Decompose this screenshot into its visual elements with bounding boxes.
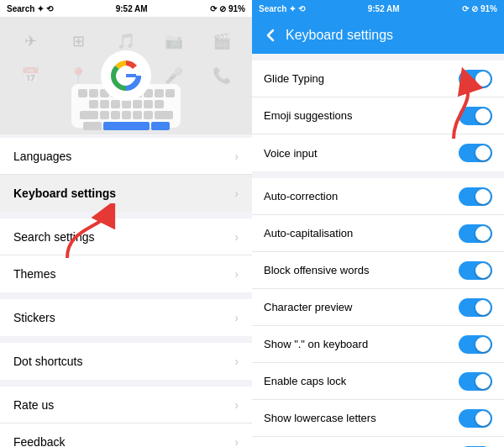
menu-group-1: Languages › Keyboard settings › <box>0 138 252 212</box>
settings-item-auto-correction[interactable]: Auto-correction <box>252 178 504 215</box>
kb-key <box>165 89 175 97</box>
kb-row-4 <box>76 122 176 130</box>
bg-icon-2: ⊞ <box>55 24 102 58</box>
back-icon <box>262 27 279 44</box>
menu-item-label: Dot shortcuts <box>13 355 82 368</box>
red-arrow-right <box>420 67 496 143</box>
bg-icon-4: 📷 <box>150 24 197 58</box>
chevron-icon: › <box>234 150 239 163</box>
chevron-icon: › <box>234 398 239 412</box>
right-time: 9:52 AM <box>368 4 400 13</box>
kb-key <box>144 111 153 119</box>
kb-key <box>89 89 98 97</box>
menu-item-label: Feedback <box>13 435 65 447</box>
left-status-bar: Search ✦ ⟲ 9:52 AM ⟳ ⊘ 91% <box>0 0 252 17</box>
kb-row-3 <box>76 111 176 119</box>
block-offensive-toggle[interactable] <box>459 261 492 280</box>
kb-key <box>155 100 164 108</box>
settings-item-block-offensive[interactable]: Block offensive words <box>252 252 504 289</box>
menu-item-label: Rate us <box>13 398 54 412</box>
right-panel: Search ✦ ⟲ 9:52 AM ⟳ ⊘ 91% Keyboard sett… <box>252 0 504 447</box>
voice-input-label: Voice input <box>264 147 459 160</box>
auto-correction-label: Auto-correction <box>264 190 459 202</box>
settings-item-show-dot[interactable]: Show "." on keyboard <box>252 326 504 363</box>
svg-rect-2 <box>126 74 136 77</box>
menu-group-2: Search settings › Themes › <box>0 218 252 292</box>
auto-correction-toggle[interactable] <box>459 187 492 206</box>
show-dot-toggle[interactable] <box>459 335 492 354</box>
kb-key-enter <box>151 122 170 130</box>
voice-input-toggle[interactable] <box>459 144 492 162</box>
right-status-bar: Search ✦ ⟲ 9:52 AM ⟳ ⊘ 91% <box>252 0 504 17</box>
chevron-icon: › <box>234 435 239 447</box>
chevron-icon: › <box>234 267 239 281</box>
enable-caps-lock-label: Enable caps lock <box>264 375 459 387</box>
kb-key <box>100 111 109 119</box>
kb-key-backspace <box>155 111 173 119</box>
left-time: 9:52 AM <box>116 4 148 13</box>
menu-group-5: Rate us › Feedback › <box>0 387 252 447</box>
menu-item-search-settings[interactable]: Search settings › <box>0 218 252 255</box>
settings-group-2: Auto-correction Auto-capitalisation Bloc… <box>252 178 504 447</box>
show-lowercase-label: Show lowercase letters <box>264 412 459 424</box>
menu-group-4: Dot shortcuts › <box>0 343 252 380</box>
settings-item-enable-caps-lock[interactable]: Enable caps lock <box>252 363 504 400</box>
menu-item-rate-us[interactable]: Rate us › <box>0 387 252 423</box>
menu-item-label: Keyboard settings <box>13 187 116 200</box>
kb-key <box>133 111 142 119</box>
bg-icon-1: ✈ <box>7 24 55 58</box>
enable-caps-lock-toggle[interactable] <box>459 372 492 391</box>
kb-key-123 <box>83 122 102 130</box>
settings-item-show-number-row[interactable]: Show number row <box>252 437 504 447</box>
menu-group-3: Stickers › <box>0 299 252 336</box>
kb-key-shift <box>80 111 98 119</box>
character-preview-toggle[interactable] <box>459 298 492 317</box>
battery-label: ⟳ ⊘ 91% <box>210 4 245 13</box>
menu-item-languages[interactable]: Languages › <box>0 138 252 175</box>
show-lowercase-toggle[interactable] <box>459 409 492 428</box>
menu-item-themes[interactable]: Themes › <box>0 255 252 292</box>
bg-icon-6: 📅 <box>7 58 55 92</box>
chevron-icon: › <box>234 230 239 244</box>
left-panel: Search ✦ ⟲ 9:52 AM ⟳ ⊘ 91% ✈ ⊞ 🎵 📷 🎬 📅 📍… <box>0 0 252 447</box>
google-logo <box>99 49 153 103</box>
menu-item-label: Stickers <box>13 311 55 324</box>
back-button[interactable] <box>262 27 279 44</box>
kb-key <box>122 111 131 119</box>
right-header: Keyboard settings <box>252 17 504 54</box>
bg-icon-5: 🎬 <box>197 24 245 58</box>
menu-item-feedback[interactable]: Feedback › <box>0 423 252 447</box>
right-status-left: Search ✦ ⟲ <box>259 4 305 13</box>
kb-key <box>155 89 164 97</box>
status-left: Search ✦ ⟲ <box>7 4 53 13</box>
menu-item-stickers[interactable]: Stickers › <box>0 299 252 336</box>
menu-item-label: Languages <box>13 150 71 163</box>
hero-area: ✈ ⊞ 🎵 📷 🎬 📅 📍 🎮 🎤 📞 <box>0 17 252 134</box>
auto-capitalisation-toggle[interactable] <box>459 224 492 243</box>
menu-item-keyboard-settings[interactable]: Keyboard settings › <box>0 175 252 212</box>
menu-item-dot-shortcuts[interactable]: Dot shortcuts › <box>0 343 252 380</box>
kb-key <box>111 111 120 119</box>
settings-item-character-preview[interactable]: Character preview <box>252 289 504 326</box>
menu-item-label: Search settings <box>13 230 95 244</box>
status-right: ⟳ ⊘ 91% <box>210 4 245 13</box>
bg-icon-10: 📞 <box>197 58 245 92</box>
keyboard-settings-title: Keyboard settings <box>286 28 393 43</box>
kb-key <box>89 100 98 108</box>
character-preview-label: Character preview <box>264 301 459 313</box>
settings-item-show-lowercase[interactable]: Show lowercase letters <box>252 400 504 437</box>
menu-item-label: Themes <box>13 267 56 281</box>
settings-item-auto-capitalisation[interactable]: Auto-capitalisation <box>252 215 504 252</box>
show-dot-label: Show "." on keyboard <box>264 338 459 350</box>
block-offensive-label: Block offensive words <box>264 264 459 276</box>
kb-key-space <box>103 122 150 130</box>
left-menu: Languages › Keyboard settings › Search s… <box>0 134 252 447</box>
right-status-right: ⟳ ⊘ 91% <box>462 4 497 13</box>
chevron-icon: › <box>234 187 239 200</box>
search-label: Search ✦ ⟲ <box>7 4 53 13</box>
auto-capitalisation-label: Auto-capitalisation <box>264 227 459 239</box>
chevron-icon: › <box>234 355 239 368</box>
chevron-icon: › <box>234 311 239 324</box>
kb-key <box>78 89 87 97</box>
